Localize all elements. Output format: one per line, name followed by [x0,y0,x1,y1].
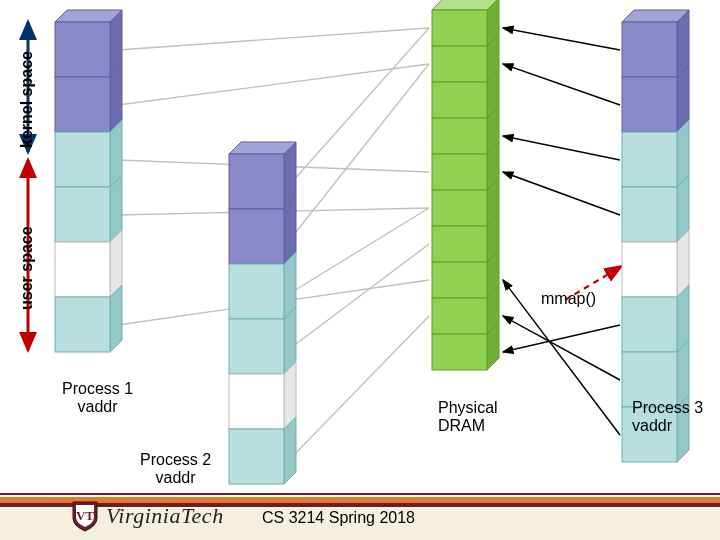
svg-rect-36 [229,264,284,319]
svg-line-11 [503,64,620,105]
svg-rect-38 [229,319,284,374]
svg-rect-50 [432,190,487,226]
svg-line-1 [118,64,429,105]
svg-rect-23 [55,132,110,187]
process2-label: Process 2 vaddr [140,451,211,488]
svg-rect-68 [622,77,677,132]
svg-rect-48 [432,118,487,154]
svg-rect-29 [55,297,110,352]
svg-rect-74 [622,242,677,297]
svg-line-10 [503,28,620,50]
logo-text: VirginiaTech [106,503,224,529]
svg-rect-72 [622,187,677,242]
process1-column [55,10,122,352]
process1-label: Process 1 vaddr [62,380,133,417]
mapping-arrows-right [503,28,620,435]
vt-shield-icon: VT [70,500,100,532]
svg-rect-52 [432,262,487,298]
physical-dram-column [432,0,499,370]
svg-rect-49 [432,154,487,190]
memory-mapping-diagram [0,0,720,540]
svg-rect-54 [432,334,487,370]
svg-rect-34 [229,209,284,264]
svg-rect-21 [55,77,110,132]
svg-line-7 [292,208,429,292]
svg-rect-47 [432,82,487,118]
virginia-tech-logo: VT VirginiaTech [70,500,224,532]
svg-rect-25 [55,187,110,242]
process3-label: Process 3 vaddr [632,399,703,436]
svg-rect-53 [432,298,487,334]
kernel-space-label: kernel space [18,51,36,148]
footer-bar-maroon-thin [0,493,720,495]
svg-text:VT: VT [76,508,94,523]
svg-rect-42 [229,429,284,484]
user-space-label: user space [18,226,36,310]
svg-marker-44 [487,0,499,370]
svg-line-8 [292,244,429,347]
process2-column [229,142,296,484]
physical-dram-label: Physical DRAM [438,399,498,436]
svg-rect-40 [229,374,284,429]
svg-rect-66 [622,22,677,77]
svg-rect-45 [432,10,487,46]
svg-line-12 [503,136,620,160]
svg-line-5 [292,28,429,182]
svg-rect-19 [55,22,110,77]
svg-rect-46 [432,46,487,82]
svg-rect-51 [432,226,487,262]
svg-rect-76 [622,297,677,352]
course-footer: CS 3214 Spring 2018 [262,509,415,527]
svg-rect-32 [229,154,284,209]
svg-line-13 [503,172,620,215]
svg-marker-41 [284,417,296,484]
process3-column [622,10,689,462]
svg-rect-70 [622,132,677,187]
svg-line-6 [292,64,429,237]
svg-marker-28 [110,285,122,352]
svg-rect-27 [55,242,110,297]
svg-line-9 [292,316,429,457]
svg-line-0 [118,28,429,50]
mmap-label: mmap() [541,290,596,308]
